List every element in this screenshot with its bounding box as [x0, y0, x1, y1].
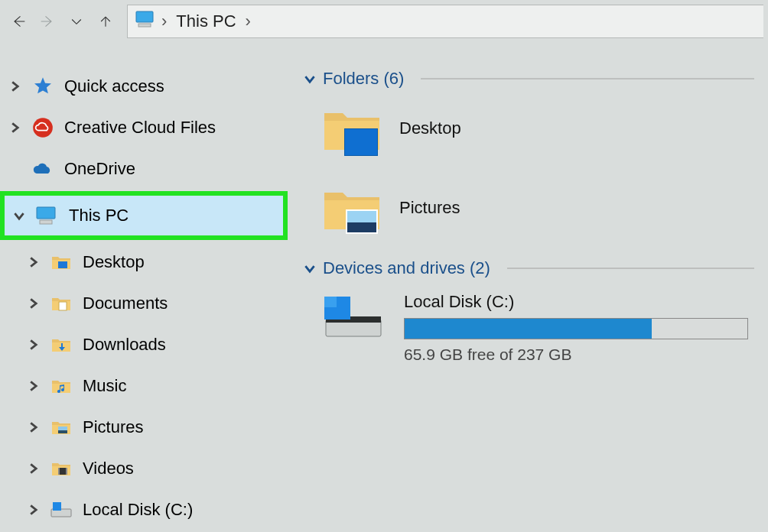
expand-icon[interactable]	[26, 504, 40, 515]
desktop-folder-icon	[49, 250, 73, 274]
videos-folder-icon	[49, 456, 73, 481]
expand-icon[interactable]	[26, 422, 40, 433]
breadcrumb-separator: ›	[241, 11, 255, 31]
drive-info: Local Disk (C:) 65.9 GB free of 237 GB	[404, 292, 748, 364]
label: Pictures	[399, 198, 460, 218]
tree-pictures[interactable]: Pictures	[0, 407, 291, 448]
up-button[interactable]	[92, 8, 119, 35]
main-area: Quick access Creative Cloud Files OneDri…	[0, 43, 768, 532]
tree-music[interactable]: Music	[0, 365, 291, 407]
collapse-icon[interactable]	[12, 210, 26, 221]
svg-rect-3	[37, 207, 55, 219]
svg-rect-4	[40, 220, 52, 224]
photo-overlay-icon	[346, 209, 378, 234]
expand-icon[interactable]	[26, 298, 40, 309]
label: Quick access	[64, 76, 164, 96]
navigation-pane: Quick access Creative Cloud Files OneDri…	[0, 43, 291, 532]
address-bar[interactable]: › This PC ›	[127, 5, 763, 38]
svg-rect-1	[138, 24, 151, 27]
content-pane: Folders (6) Desktop Pictures Devices and…	[291, 43, 768, 532]
creative-cloud-icon	[31, 115, 55, 140]
chevron-down-icon	[304, 263, 315, 274]
breadcrumb-this-pc[interactable]: This PC	[171, 11, 240, 31]
tree-videos[interactable]: Videos	[0, 448, 291, 489]
tree-desktop[interactable]: Desktop	[0, 242, 291, 283]
selection-highlight: This PC	[0, 191, 288, 240]
svg-rect-8	[58, 430, 67, 433]
label: OneDrive	[64, 159, 135, 179]
svg-rect-13	[53, 502, 61, 511]
svg-rect-11	[66, 468, 67, 475]
tree-creative-cloud[interactable]: Creative Cloud Files	[0, 107, 291, 148]
divider	[507, 268, 754, 269]
label: Desktop	[83, 252, 145, 272]
tree-this-pc[interactable]: This PC	[5, 196, 283, 235]
label: Music	[83, 376, 126, 396]
tree-documents[interactable]: Documents	[0, 283, 291, 324]
label: Pictures	[83, 417, 143, 437]
label: Local Disk (C:)	[83, 500, 193, 520]
svg-rect-0	[136, 11, 153, 22]
expand-icon[interactable]	[8, 81, 21, 92]
breadcrumb-separator: ›	[157, 11, 171, 31]
forward-button[interactable]	[34, 8, 61, 35]
expand-icon[interactable]	[26, 339, 40, 350]
drive-icon	[321, 292, 386, 341]
expand-icon[interactable]	[26, 381, 40, 391]
label: This PC	[69, 206, 129, 225]
folders-group-header[interactable]: Folders (6)	[304, 69, 754, 89]
expand-icon[interactable]	[26, 463, 40, 474]
label: Devices and drives (2)	[323, 258, 490, 278]
tree-local-disk[interactable]: Local Disk (C:)	[0, 489, 291, 530]
label: Downloads	[83, 335, 166, 355]
navigation-toolbar: › This PC ›	[0, 0, 768, 43]
tree-onedrive[interactable]: OneDrive	[0, 148, 291, 190]
star-icon	[31, 74, 55, 99]
svg-rect-17	[324, 297, 337, 307]
expand-icon[interactable]	[26, 257, 40, 268]
svg-rect-5	[58, 261, 67, 268]
label: Documents	[83, 294, 168, 313]
music-folder-icon	[49, 374, 73, 398]
this-pc-icon	[135, 11, 157, 32]
drives-group-header[interactable]: Devices and drives (2)	[304, 258, 754, 278]
expand-icon[interactable]	[8, 122, 21, 133]
tree-downloads[interactable]: Downloads	[0, 324, 291, 365]
drive-local-disk-c[interactable]: Local Disk (C:) 65.9 GB free of 237 GB	[321, 292, 754, 364]
folder-pictures[interactable]: Pictures	[321, 179, 754, 237]
chevron-down-icon	[304, 73, 315, 84]
label: Creative Cloud Files	[64, 118, 216, 138]
folder-desktop[interactable]: Desktop	[321, 99, 754, 157]
storage-bar	[404, 318, 748, 339]
onedrive-icon	[31, 157, 55, 181]
drive-title: Local Disk (C:)	[404, 292, 748, 312]
back-button[interactable]	[5, 8, 32, 35]
label: Videos	[83, 459, 134, 478]
drive-free-space: 65.9 GB free of 237 GB	[404, 345, 748, 364]
divider	[421, 78, 754, 79]
documents-folder-icon	[49, 291, 73, 316]
label: Desktop	[399, 118, 461, 138]
local-disk-icon	[49, 498, 73, 522]
desktop-overlay-icon	[344, 128, 378, 156]
pictures-folder-icon	[49, 415, 73, 440]
storage-bar-fill	[405, 319, 652, 339]
label: Folders (6)	[323, 69, 404, 89]
downloads-folder-icon	[49, 332, 73, 357]
tree-quick-access[interactable]: Quick access	[0, 66, 291, 107]
folder-icon	[321, 99, 382, 157]
svg-rect-10	[58, 468, 60, 475]
this-pc-icon	[35, 203, 60, 228]
folder-icon	[321, 179, 382, 237]
svg-rect-6	[59, 302, 67, 310]
recent-locations-button[interactable]	[63, 8, 90, 35]
